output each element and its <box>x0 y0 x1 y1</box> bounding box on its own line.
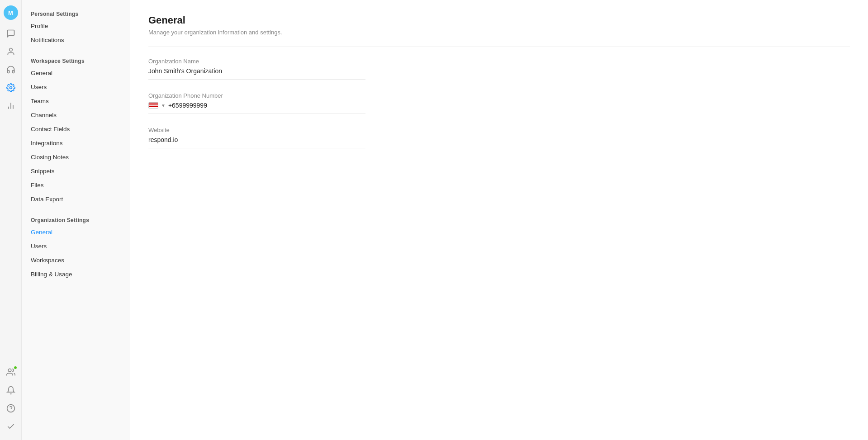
website-section: Website respond.io <box>148 127 850 148</box>
settings-icon[interactable] <box>3 80 19 96</box>
phone-number: +6599999999 <box>168 102 207 109</box>
checkmark-icon[interactable] <box>3 418 19 435</box>
sidebar-item-org-billing[interactable]: Billing & Usage <box>22 267 130 281</box>
sidebar: Personal Settings Profile Notifications … <box>22 0 130 440</box>
svg-rect-8 <box>149 103 158 109</box>
website-label: Website <box>148 127 850 133</box>
svg-rect-9 <box>149 103 158 104</box>
main-content: General Manage your organization informa… <box>130 0 868 440</box>
help-icon[interactable] <box>3 400 19 416</box>
svg-point-0 <box>9 48 12 52</box>
org-name-label: Organization Name <box>148 58 850 65</box>
page-title: General <box>148 14 850 26</box>
headset-icon[interactable] <box>3 62 19 78</box>
chevron-down-icon[interactable]: ▼ <box>161 103 166 108</box>
flag-icon <box>148 102 158 109</box>
icon-rail: M <box>0 0 22 440</box>
sidebar-item-ws-teams[interactable]: Teams <box>22 94 130 108</box>
sidebar-item-ws-integrations[interactable]: Integrations <box>22 136 130 150</box>
org-settings-title: Organization Settings <box>22 213 130 225</box>
sidebar-item-ws-closing-notes[interactable]: Closing Notes <box>22 150 130 164</box>
website-value: respond.io <box>148 136 365 148</box>
reports-icon[interactable] <box>3 98 19 114</box>
agents-icon[interactable] <box>3 364 19 380</box>
sidebar-item-notifications[interactable]: Notifications <box>22 33 130 47</box>
sidebar-item-ws-snippets[interactable]: Snippets <box>22 164 130 178</box>
org-phone-label: Organization Phone Number <box>148 92 850 99</box>
workspace-settings-title: Workspace Settings <box>22 54 130 66</box>
sidebar-item-ws-contact-fields[interactable]: Contact Fields <box>22 122 130 136</box>
org-name-value: John Smith's Organization <box>148 67 365 80</box>
svg-rect-10 <box>149 105 158 106</box>
sidebar-item-org-users[interactable]: Users <box>22 239 130 253</box>
org-phone-value: ▼ +6599999999 <box>148 102 365 114</box>
sidebar-item-ws-users[interactable]: Users <box>22 80 130 94</box>
svg-point-5 <box>8 369 11 372</box>
chat-icon[interactable] <box>3 25 19 42</box>
sidebar-item-ws-general[interactable]: General <box>22 66 130 80</box>
sidebar-item-ws-channels[interactable]: Channels <box>22 108 130 122</box>
sidebar-item-org-workspaces[interactable]: Workspaces <box>22 253 130 267</box>
bell-icon[interactable] <box>3 382 19 398</box>
svg-rect-11 <box>149 107 158 108</box>
contacts-icon[interactable] <box>3 43 19 60</box>
svg-rect-12 <box>149 103 153 105</box>
bottom-icons <box>3 364 19 440</box>
sidebar-item-ws-files[interactable]: Files <box>22 178 130 192</box>
avatar[interactable]: M <box>4 5 18 20</box>
sidebar-item-profile[interactable]: Profile <box>22 19 130 33</box>
page-subtitle: Manage your organization information and… <box>148 29 850 36</box>
sidebar-item-org-general[interactable]: General <box>22 225 130 239</box>
org-phone-section: Organization Phone Number ▼ +6599999999 <box>148 92 850 114</box>
divider <box>148 47 850 47</box>
personal-settings-title: Personal Settings <box>22 7 130 19</box>
org-name-section: Organization Name John Smith's Organizat… <box>148 58 850 80</box>
svg-point-1 <box>9 87 12 89</box>
sidebar-item-ws-data-export[interactable]: Data Export <box>22 192 130 206</box>
